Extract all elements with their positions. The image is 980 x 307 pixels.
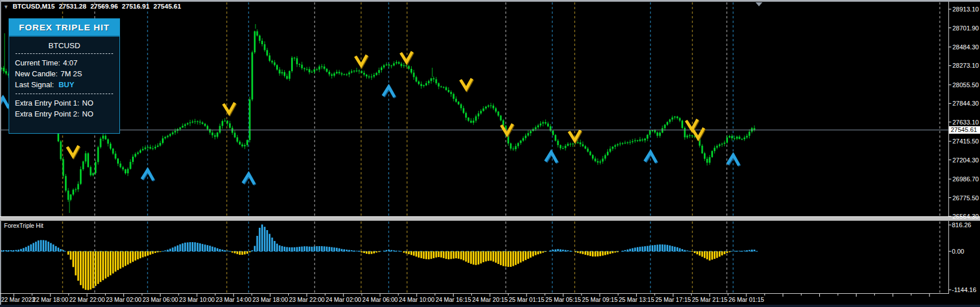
subwindow-separator[interactable] (0, 216, 980, 221)
buy-arrow-icon (545, 152, 557, 162)
panel-symbol: BTCUSD (15, 41, 114, 50)
price-axis-label: 28273.10 (952, 62, 979, 69)
sell-arrow-icon (686, 119, 698, 130)
mt4-chart-window: ▼BTCUSD,M1527531.2827569.9627516.9127545… (0, 0, 980, 307)
chart-canvas[interactable] (0, 0, 980, 307)
sell-arrow-icon (501, 124, 513, 134)
oscillator-histogram (1, 224, 756, 290)
last-signal-value: BUY (59, 80, 74, 89)
buy-arrow-icon (0, 98, 9, 108)
price-axis-label: 26986.70 (952, 176, 979, 182)
sell-arrow-icon (401, 52, 412, 62)
price-axis-label: 28484.30 (952, 44, 979, 50)
price-axis-label: 27633.10 (952, 119, 979, 126)
indicator-axis-label: 0.00 (952, 248, 964, 255)
subwindow-indicator-name: ForexTriple Hit (4, 222, 43, 229)
symbol-period-label: BTCUSD,M15 (13, 3, 55, 10)
current-price-tag: 27545.61 (949, 126, 980, 134)
price-axis-label: 27204.30 (952, 157, 979, 164)
sell-arrow-icon (223, 103, 235, 113)
price-axis-label: 28055.50 (952, 81, 979, 88)
indicator-axis-label: 816.26 (952, 221, 971, 228)
window-top-border (0, 0, 980, 2)
ohlc-open: 27531.28 (59, 3, 86, 10)
panel-separator (16, 94, 113, 94)
panel-row-last-signal: Last Signal:BUY (15, 79, 114, 90)
panel-row-extra-entry-2: Extra Entry Point 2:NO (15, 108, 114, 119)
sell-arrow-icon (460, 79, 472, 89)
ohlc-high: 27569.96 (90, 3, 118, 10)
symbol-dropdown-icon[interactable]: ▼ (3, 4, 9, 10)
indicator-panel: FOREX TRIPLE HIT BTCUSD Current Time:4:0… (9, 18, 120, 134)
price-axis-label: 27415.50 (952, 138, 979, 145)
ohlc-low: 27516.91 (122, 3, 149, 10)
price-axis-label: 27844.30 (952, 100, 979, 107)
time-axis-border (0, 293, 949, 294)
buy-arrow-icon (645, 152, 656, 162)
price-axis-label: 26775.50 (952, 195, 979, 201)
price-axis-label: 28701.90 (952, 25, 979, 32)
price-axis-label: 28913.10 (952, 6, 979, 13)
panel-separator (16, 53, 113, 54)
window-bottom-border (0, 305, 980, 307)
sell-arrow-icon (67, 146, 79, 156)
panel-row-current-time: Current Time:4:07 (15, 57, 114, 68)
panel-row-extra-entry-1: Extra Entry Point 1:NO (15, 98, 114, 108)
chart-title-ohlc: ▼BTCUSD,M1527531.2827569.9627516.9127545… (3, 3, 181, 10)
panel-title: FOREX TRIPLE HIT (9, 19, 119, 37)
window-left-border (0, 0, 1, 307)
price-axis-label: 26564.30 (952, 213, 979, 220)
indicator-axis-label: -1144.16 (952, 286, 977, 293)
scroll-marker-icon[interactable] (756, 2, 762, 6)
sell-arrow-icon (355, 55, 367, 65)
panel-row-new-candle: New Candle:7M 2S (15, 68, 114, 79)
ohlc-close: 27545.61 (153, 3, 181, 10)
time-axis-label: 26 Mar 01:15 (722, 296, 771, 303)
